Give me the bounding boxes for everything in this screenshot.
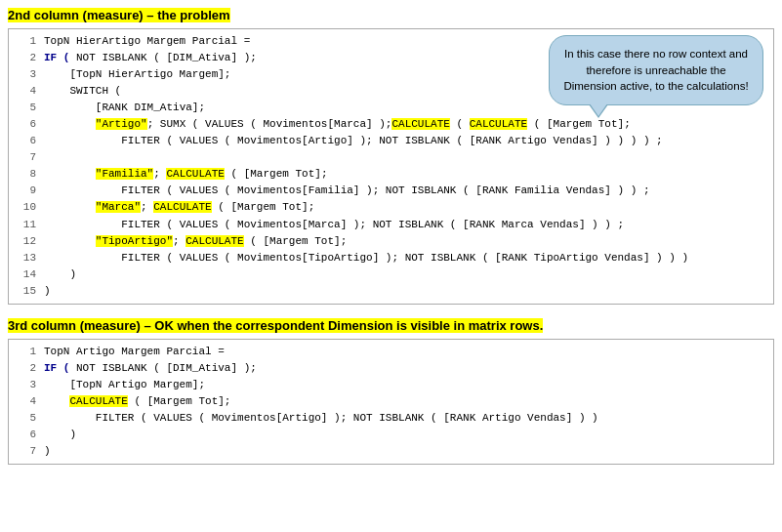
code-line: 2IF ( NOT ISBLANK ( [DIM_Ativa] ); (15, 360, 767, 377)
code-token: FILTER ( VALUES ( Movimentos[Artigo] ); … (44, 412, 598, 424)
line-number: 2 (15, 360, 36, 377)
code-token: FILTER ( VALUES ( Movimentos[TipoArtigo]… (44, 252, 688, 264)
line-number: 6 (15, 116, 36, 133)
code-text: FILTER ( VALUES ( Movimentos[Familia] );… (44, 183, 767, 199)
section1-code-block: In this case there no row context and th… (8, 28, 774, 305)
code-text: IF ( NOT ISBLANK ( [DIM_Ativa] ); (44, 360, 767, 377)
code-line: 6 FILTER ( VALUES ( Movimentos[Artigo] )… (15, 133, 767, 149)
code-token: FILTER ( VALUES ( Movimentos[Familia] );… (44, 184, 650, 196)
section-gap: 3rd column (measure) – OK when the corre… (8, 318, 774, 465)
code-token: ) (44, 268, 76, 280)
section1: 2nd column (measure) – the problem In th… (8, 8, 774, 305)
code-token: "Familia" (96, 168, 153, 180)
code-token: CALCULATE (470, 118, 527, 130)
section1-title: 2nd column (measure) – the problem (8, 8, 774, 22)
code-token: CALCULATE (166, 168, 224, 180)
code-token (44, 395, 69, 407)
code-text (44, 149, 767, 166)
code-line: 7 (15, 149, 767, 166)
code-token (44, 118, 96, 130)
line-number: 5 (15, 410, 36, 427)
code-line: 6 "Artigo"; SUMX ( VALUES ( Movimentos[M… (15, 116, 767, 133)
line-number: 12 (15, 233, 36, 250)
code-text: FILTER ( VALUES ( Movimentos[TipoArtigo]… (44, 250, 767, 266)
code-token: ; (173, 235, 185, 247)
code-line: 13 FILTER ( VALUES ( Movimentos[TipoArti… (15, 250, 767, 266)
line-number: 7 (15, 149, 36, 166)
code-text: ) (44, 427, 767, 443)
code-token (44, 168, 96, 180)
code-token: "Marca" (96, 201, 141, 213)
code-text: "TipoArtigo"; CALCULATE ( [Margem Tot]; (44, 233, 767, 250)
line-number: 9 (15, 183, 36, 199)
code-token: ( [Margem Tot]; (244, 235, 348, 247)
code-token: SWITCH ( (44, 85, 121, 97)
speech-bubble: In this case there no row context and th… (549, 35, 763, 105)
code-line: 5 FILTER ( VALUES ( Movimentos[Artigo] )… (15, 410, 767, 427)
code-token: ) (44, 445, 51, 457)
code-token: ( [Margem Tot]; (225, 168, 328, 180)
line-number: 2 (15, 50, 36, 66)
line-number: 5 (15, 100, 36, 116)
line-number: 4 (15, 393, 36, 410)
code-line: 6 ) (15, 427, 767, 443)
line-number: 1 (15, 344, 36, 360)
code-line: 11 FILTER ( VALUES ( Movimentos[Marca] )… (15, 217, 767, 233)
line-number: 6 (15, 427, 36, 443)
code-token (44, 151, 96, 163)
code-token: IF ( (44, 362, 69, 374)
code-token: FILTER ( VALUES ( Movimentos[Artigo] ); … (44, 135, 663, 146)
code-text: [TopN Artigo Margem]; (44, 377, 767, 393)
code-text: ) (44, 266, 767, 283)
code-token: ) (44, 285, 51, 297)
code-token (44, 235, 96, 247)
code-line: 7) (15, 443, 767, 460)
line-number: 3 (15, 66, 36, 83)
code-token: "Artigo" (96, 118, 147, 130)
code-token (44, 201, 96, 213)
line-number: 6 (15, 133, 36, 149)
line-number: 10 (15, 199, 36, 216)
code-token: [TopN HierArtigo Margem]; (44, 68, 230, 80)
code-token: ( [Margem Tot]; (527, 118, 631, 130)
line-number: 1 (15, 33, 36, 50)
line-number: 14 (15, 266, 36, 283)
code-token: ) (44, 429, 76, 440)
code-token: TopN Artigo Margem Parcial = (44, 346, 225, 357)
code-text: TopN Artigo Margem Parcial = (44, 344, 767, 360)
code-token: NOT ISBLANK ( [DIM_Ativa] ); (69, 362, 256, 374)
code-token: CALCULATE (391, 118, 449, 130)
code-token: CALCULATE (153, 201, 211, 213)
code-token: CALCULATE (69, 395, 127, 407)
code-text: "Familia"; CALCULATE ( [Margem Tot]; (44, 166, 767, 183)
code-line: 4 CALCULATE ( [Margem Tot]; (15, 393, 767, 410)
code-text: "Marca"; CALCULATE ( [Margem Tot]; (44, 199, 767, 216)
line-number: 11 (15, 217, 36, 233)
code-token: IF ( (44, 52, 69, 63)
code-line: 14 ) (15, 266, 767, 283)
code-text: FILTER ( VALUES ( Movimentos[Artigo] ); … (44, 133, 767, 149)
code-token: ( [Margem Tot]; (128, 395, 231, 407)
code-text: FILTER ( VALUES ( Movimentos[Marca] ); N… (44, 217, 767, 233)
code-token: ( [Margem Tot]; (212, 201, 315, 213)
code-token: ; (141, 201, 153, 213)
code-text: "Artigo"; SUMX ( VALUES ( Movimentos[Mar… (44, 116, 767, 133)
line-number: 7 (15, 443, 36, 460)
section2-lines: 1TopN Artigo Margem Parcial =2IF ( NOT I… (15, 344, 767, 460)
code-text: FILTER ( VALUES ( Movimentos[Artigo] ); … (44, 410, 767, 427)
code-line: 1TopN Artigo Margem Parcial = (15, 344, 767, 360)
line-number: 4 (15, 83, 36, 100)
line-number: 13 (15, 250, 36, 266)
code-line: 8 "Familia"; CALCULATE ( [Margem Tot]; (15, 166, 767, 183)
code-line: 12 "TipoArtigo"; CALCULATE ( [Margem Tot… (15, 233, 767, 250)
code-text: ) (44, 283, 767, 300)
code-token: [TopN Artigo Margem]; (44, 379, 205, 390)
line-number: 15 (15, 283, 36, 300)
code-token: FILTER ( VALUES ( Movimentos[Marca] ); N… (44, 219, 624, 230)
line-number: 3 (15, 377, 36, 393)
code-token: [RANK DIM_Ativa]; (44, 102, 205, 113)
section2-code-block: 1TopN Artigo Margem Parcial =2IF ( NOT I… (8, 339, 774, 465)
code-token: CALCULATE (185, 235, 243, 247)
code-token: ( (450, 118, 470, 130)
code-token: TopN HierArtigo Margem Parcial = (44, 35, 250, 47)
